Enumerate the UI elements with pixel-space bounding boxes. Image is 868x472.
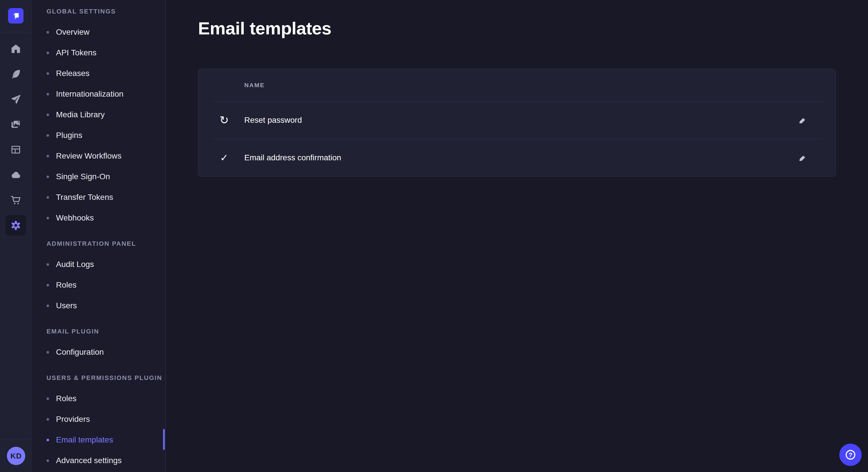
subnav-item-plugins[interactable]: Plugins — [32, 125, 165, 146]
rail-item-content-manager[interactable] — [3, 137, 28, 162]
bullet-icon — [46, 52, 49, 54]
subnav-item-providers[interactable]: Providers — [32, 409, 165, 430]
rail-item-marketplace[interactable] — [3, 188, 28, 213]
cart-icon — [10, 194, 22, 206]
images-icon — [10, 119, 22, 130]
rail-item-cloud[interactable] — [3, 162, 28, 188]
rail-item-deploy[interactable] — [3, 87, 28, 112]
subnav-section-header-users-permissions-plugin: Users & Permissions plugin — [32, 368, 165, 388]
subnav-item-label: Transfer Tokens — [56, 193, 113, 202]
strapi-admin-app: KD Global settingsOverviewAPI TokensRele… — [0, 0, 868, 472]
edit-template-button[interactable] — [796, 113, 809, 127]
name-column-header: Name — [244, 82, 265, 89]
bullet-icon — [46, 351, 49, 353]
bullet-icon — [46, 134, 49, 137]
paper-plane-icon — [10, 94, 22, 105]
subnav-item-users[interactable]: Users — [32, 295, 165, 316]
subnav-item-overview[interactable]: Overview — [32, 22, 165, 42]
bullet-icon — [46, 155, 49, 158]
main-content: Email templates Name ↻Reset password ✓Em… — [166, 0, 868, 472]
bullet-icon — [46, 284, 49, 286]
settings-subnav: Global settingsOverviewAPI TokensRelease… — [32, 0, 166, 472]
refresh-icon: ↻ — [217, 113, 231, 127]
subnav-item-label: Review Workflows — [56, 151, 121, 161]
bullet-icon — [46, 113, 49, 116]
bullet-icon — [46, 263, 49, 266]
subnav-item-email-templates[interactable]: Email templates — [32, 430, 165, 450]
bullet-icon — [46, 31, 49, 34]
subnav-item-media-library[interactable]: Media Library — [32, 104, 165, 125]
subnav-item-label: Advanced settings — [56, 456, 122, 465]
subnav-item-transfer-tokens[interactable]: Transfer Tokens — [32, 187, 165, 208]
strapi-logo[interactable] — [8, 8, 24, 24]
subnav-item-label: Releases — [56, 69, 90, 78]
layout-icon — [10, 144, 22, 156]
rail-item-content[interactable] — [3, 61, 28, 87]
bullet-icon — [46, 93, 49, 96]
rail-divider — [0, 440, 31, 440]
subnav-item-audit-logs[interactable]: Audit Logs — [32, 254, 165, 275]
subnav-section-header-administration-panel: Administration panel — [32, 233, 165, 254]
template-name: Reset password — [244, 115, 302, 125]
subnav-section-header-global-settings: Global settings — [32, 1, 165, 22]
subnav-item-label: API Tokens — [56, 48, 96, 57]
subnav-item-roles[interactable]: Roles — [32, 388, 165, 409]
subnav-item-internationalization[interactable]: Internationalization — [32, 84, 165, 104]
table-body: ↻Reset password ✓Email address confirmat… — [198, 102, 836, 176]
bullet-icon — [46, 72, 49, 75]
cloud-icon — [10, 169, 22, 181]
table-header-row: Name — [198, 69, 836, 101]
subnav-item-single-sign-on[interactable]: Single Sign-On — [32, 166, 165, 187]
feather-icon — [10, 68, 22, 80]
pencil-icon — [798, 115, 807, 125]
strapi-logo-icon — [9, 9, 22, 22]
bullet-icon — [46, 217, 49, 220]
subnav-item-label: Webhooks — [56, 213, 94, 223]
svg-text:?: ? — [848, 451, 852, 459]
subnav-item-label: Internationalization — [56, 90, 123, 99]
pencil-icon — [798, 153, 807, 163]
home-icon — [10, 43, 22, 55]
subnav-item-label: Plugins — [56, 131, 82, 140]
bullet-icon — [46, 418, 49, 421]
subnav-item-releases[interactable]: Releases — [32, 63, 165, 84]
subnav-item-webhooks[interactable]: Webhooks — [32, 208, 165, 228]
bullet-icon — [46, 196, 49, 199]
subnav-item-configuration[interactable]: Configuration — [32, 342, 165, 363]
subnav-item-label: Audit Logs — [56, 260, 94, 269]
rail-icon-list — [0, 32, 32, 238]
template-name: Email address confirmation — [244, 153, 341, 162]
bullet-icon — [46, 305, 49, 307]
help-button[interactable]: ? — [839, 444, 862, 466]
subnav-item-advanced-settings[interactable]: Advanced settings — [32, 450, 165, 471]
table-row-email-address-confirmation[interactable]: ✓Email address confirmation — [198, 139, 836, 176]
rail-item-settings[interactable] — [5, 215, 26, 236]
subnav-item-label: Roles — [56, 394, 76, 403]
question-mark-icon: ? — [844, 449, 857, 461]
bullet-icon — [46, 175, 49, 178]
subnav-item-review-workflows[interactable]: Review Workflows — [32, 146, 165, 166]
bullet-icon — [46, 460, 49, 462]
email-templates-table: Name ↻Reset password ✓Email address conf… — [198, 69, 836, 177]
rail-item-media-library[interactable] — [3, 112, 28, 137]
subnav-item-label: Single Sign-On — [56, 172, 110, 181]
bullet-icon — [46, 439, 49, 441]
subnav-scrollbar-thumb[interactable] — [163, 429, 165, 450]
edit-template-button[interactable] — [796, 151, 809, 165]
subnav-item-roles[interactable]: Roles — [32, 275, 165, 295]
subnav-section-header-email-plugin: Email plugin — [32, 321, 165, 342]
subnav-item-label: Media Library — [56, 110, 105, 119]
page-title: Email templates — [198, 18, 332, 38]
main-nav-rail: KD — [0, 0, 32, 472]
subnav-item-api-tokens[interactable]: API Tokens — [32, 42, 165, 63]
subnav-item-label: Providers — [56, 415, 90, 424]
subnav-item-label: Users — [56, 301, 77, 310]
subnav-item-label: Email templates — [56, 435, 113, 444]
subnav-item-label: Configuration — [56, 347, 104, 357]
gear-icon — [10, 220, 22, 231]
subnav-item-label: Roles — [56, 280, 76, 290]
subnav-item-label: Overview — [56, 28, 90, 37]
rail-item-home[interactable] — [3, 36, 28, 61]
user-avatar[interactable]: KD — [7, 447, 25, 465]
table-row-reset-password[interactable]: ↻Reset password — [198, 102, 836, 139]
